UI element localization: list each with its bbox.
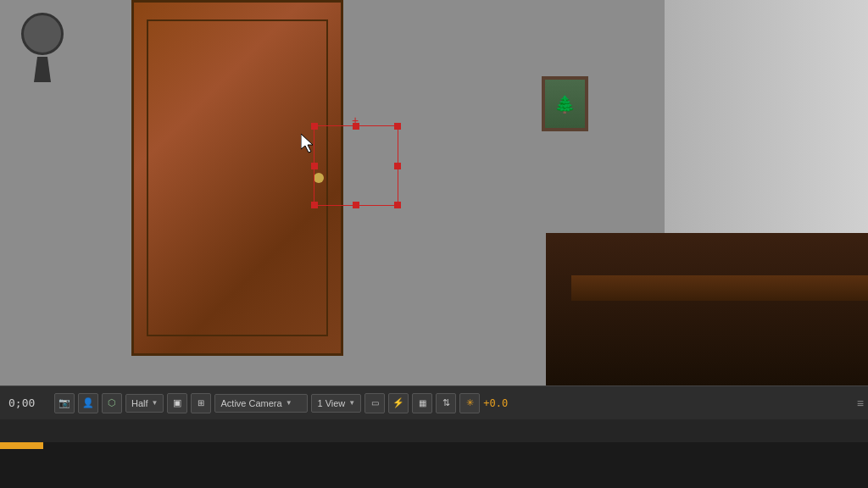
picture-content: 🌲 xyxy=(545,80,585,128)
scroll-icon: ≡ xyxy=(857,396,864,410)
viewport[interactable]: 🌲 + xyxy=(0,0,868,385)
handle-mid-right[interactable] xyxy=(394,163,401,169)
color-button[interactable]: ⬡ xyxy=(102,393,122,413)
timeline-track[interactable] xyxy=(0,426,868,449)
handle-bot-mid[interactable] xyxy=(353,202,359,208)
handle-mid-left[interactable] xyxy=(311,163,318,169)
network-icon: ⇅ xyxy=(442,397,450,408)
tracking-box[interactable]: + xyxy=(314,125,398,206)
camera-dropdown-arrow: ▼ xyxy=(286,399,292,407)
timeline-ticks-container xyxy=(0,426,868,449)
resolution-dropdown[interactable]: Half ▼ xyxy=(125,394,164,413)
person-button[interactable]: 👤 xyxy=(78,393,98,413)
timeline[interactable] xyxy=(0,419,868,449)
clock-face xyxy=(21,13,64,55)
wind-icon: ✳ xyxy=(466,397,474,408)
door xyxy=(131,0,343,356)
view-dropdown[interactable]: 1 View ▼ xyxy=(311,394,361,413)
handle-bot-left[interactable] xyxy=(311,202,318,208)
render-button[interactable]: ⚡ xyxy=(388,393,409,413)
scroll-indicator-area: ≡ xyxy=(857,396,864,410)
camera-icon: 📷 xyxy=(58,397,70,408)
network-button[interactable]: ⇅ xyxy=(436,393,456,413)
clock-decoration xyxy=(17,13,68,80)
flash-icon: ⚡ xyxy=(392,397,404,408)
checker-button[interactable]: ⊞ xyxy=(191,393,211,413)
graph-button[interactable]: ▦ xyxy=(412,393,432,413)
toolbar: 0;00 📷 👤 ⬡ Half ▼ ▣ ⊞ Active Camera ▼ xyxy=(0,385,868,449)
timecode-display: 0;00 xyxy=(4,395,51,411)
snapshot-button[interactable]: 📷 xyxy=(54,393,75,413)
active-camera-dropdown[interactable]: Active Camera ▼ xyxy=(214,394,308,413)
handle-bot-right[interactable] xyxy=(394,202,401,208)
active-camera-label: Active Camera xyxy=(220,398,281,408)
chart-icon: ▦ xyxy=(419,398,426,408)
resolution-label: Half xyxy=(131,398,148,408)
handle-top-right[interactable] xyxy=(394,123,401,130)
furniture xyxy=(546,233,868,385)
grid-icon: ▣ xyxy=(173,397,181,408)
grid-button[interactable]: ▣ xyxy=(167,393,187,413)
layer-button[interactable]: ▭ xyxy=(364,393,385,413)
person-icon: 👤 xyxy=(82,397,94,408)
clock-pendulum xyxy=(34,57,51,82)
value-display: +0.0 xyxy=(483,397,508,409)
door-inner xyxy=(147,19,328,336)
counter-top xyxy=(571,275,868,301)
view-dropdown-arrow: ▼ xyxy=(348,399,355,407)
checker-icon: ⊞ xyxy=(198,398,204,408)
target-marker: + xyxy=(352,114,360,123)
handle-top-left[interactable] xyxy=(311,123,318,130)
picture-frame: 🌲 xyxy=(542,76,588,131)
view-label: 1 View xyxy=(317,398,345,408)
color-icon: ⬡ xyxy=(108,397,116,408)
toolbar-main: 0;00 📷 👤 ⬡ Half ▼ ▣ ⊞ Active Camera ▼ xyxy=(0,386,868,419)
handle-top-mid[interactable] xyxy=(353,123,359,130)
resolution-dropdown-arrow: ▼ xyxy=(152,399,159,407)
sim-button[interactable]: ✳ xyxy=(459,393,480,413)
layer-icon: ▭ xyxy=(371,398,379,408)
